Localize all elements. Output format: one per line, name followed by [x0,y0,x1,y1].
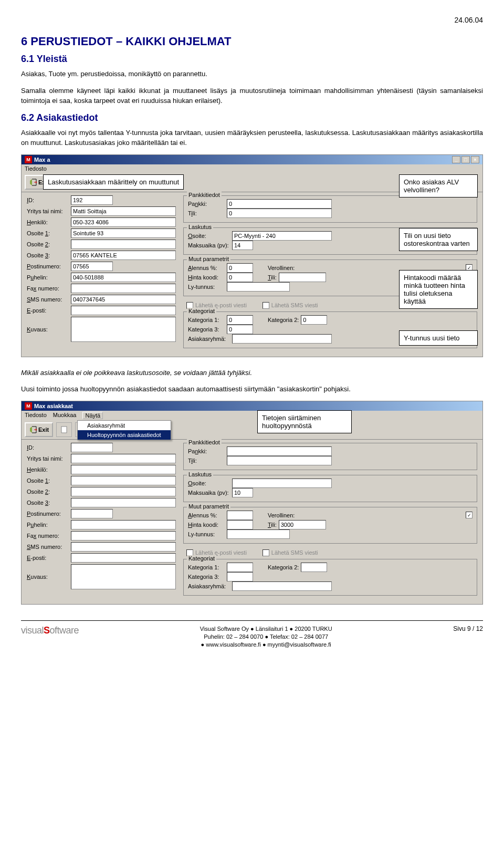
inp-sms[interactable] [71,295,176,304]
lbl-osoite2: Osoite 2: [27,241,69,247]
lbl-hintakoodi: Hinta koodi: [188,274,225,280]
inp2-henkilo[interactable] [71,465,176,474]
dropdown-item-huoltopyynto[interactable]: Huoltopyynnön asiakastiedot [78,430,171,440]
lbl2-postinumero: Postinumero: [27,511,69,517]
callout-laskutusasiakas: Laskutusasiakkaan määrittely on muuttunu… [43,174,184,190]
inp-osoite[interactable] [232,231,332,241]
lbl2-henkilo: Henkilö: [27,466,69,473]
app-icon-2: M [25,402,32,410]
close-button[interactable]: × [471,156,479,163]
callout-tili: Tili on uusi tieto ostoreskontraa varten [399,228,478,251]
inp-kat3[interactable] [227,325,253,334]
menu-tiedosto-2[interactable]: Tiedosto [25,412,47,419]
inp-osoite3[interactable] [71,251,176,260]
inp2-alennus[interactable] [227,511,253,520]
inp-yritys[interactable] [71,206,176,216]
inp-osoite1[interactable] [71,228,176,238]
inp2-osoite2[interactable] [71,487,176,496]
legend-pankkitiedot: Pankkitiedot [187,192,222,198]
inp2-puhelin[interactable] [71,520,176,529]
inp-eposti[interactable] [71,306,176,315]
footer-line3: ● www.visualsoftware.fi ● myynti@visuals… [79,641,453,649]
lbl-tili: Tili: [268,274,277,280]
inp-kuvaus[interactable] [71,317,176,342]
dropdown-nayta: Asiakasryhmät Huoltopyynnön asiakastiedo… [77,420,171,440]
menu-muokkaa[interactable]: Muokkaa [53,412,77,419]
lbl-yritys: Yritys tai nimi: [27,208,69,214]
inp2-postinumero[interactable] [71,509,113,518]
chk2-sms[interactable] [262,549,269,556]
inp2-maksuaika[interactable] [232,488,253,497]
inp2-lytunnus[interactable] [227,529,290,539]
lbl2-hintakoodi: Hinta koodi: [188,522,225,528]
inp2-eposti[interactable] [71,553,176,563]
inp2-pankki[interactable] [227,446,332,456]
minimize-button[interactable]: _ [452,156,460,163]
inp-kat2[interactable] [301,315,327,325]
lbl2-kat3: Kategoria 3: [188,574,225,580]
inp-kat1[interactable] [227,315,253,325]
toolbtn-new[interactable] [56,422,72,437]
callout-hintakoodi: Hintakoodi määrää minkä tuotteen hinta t… [399,270,478,309]
lbl2-osoite: Osoite: [188,480,230,486]
lbl-id: ID: [27,197,69,203]
inp2-kat1[interactable] [227,563,253,572]
para-3: Asiakkaalle voi nyt myös tallentaa Y-tun… [21,128,483,148]
inp2-tili[interactable] [279,520,326,529]
footer-line2: Puhelin: 02 – 284 0070 ● Telefax: 02 – 2… [79,633,453,641]
lbl2-tili: Tili: [268,522,277,528]
inp2-tili-p[interactable] [227,456,332,465]
inp2-kat3[interactable] [227,572,253,581]
inp-asiakasryhma[interactable] [232,334,332,344]
inp2-sms[interactable] [71,542,176,552]
lbl2-osoite3: Osoite 3: [27,500,69,506]
lbl-kat1: Kategoria 1: [188,317,225,323]
fieldset2-laskutus: Laskutus Osoite: Maksuaika (pv): [183,475,477,502]
legend2-pankkitiedot: Pankkitiedot [187,439,222,445]
inp-henkilo[interactable] [71,217,176,227]
inp2-hintakoodi[interactable] [227,520,253,529]
inp2-osoite3[interactable] [71,498,176,507]
inp2-fax[interactable] [71,531,176,540]
exit-button-2[interactable]: Exit [25,422,53,437]
inp-id[interactable] [71,195,113,205]
inp-puhelin[interactable] [71,273,176,282]
exit-label-2: Exit [38,427,49,433]
inp2-yritys[interactable] [71,454,176,463]
inp-tili[interactable] [279,273,326,282]
inp-hintakoodi[interactable] [227,273,253,282]
lbl2-id: ID: [27,444,69,451]
inp2-kuvaus[interactable] [71,564,176,589]
menu-tiedosto[interactable]: Tiedosto [25,165,47,172]
legend-muut: Muut parametrit [187,256,230,262]
inp2-asiakasryhma[interactable] [232,581,332,591]
inp-maksuaika[interactable] [232,241,253,250]
svg-rect-0 [61,427,67,433]
window-title: Max a [34,157,50,163]
lbl2-yritys: Yritys tai nimi: [27,455,69,462]
legend2-kategoriat: Kategoriat [187,555,216,562]
inp2-osoite[interactable] [232,479,332,488]
lbl2-pankki: Pankki: [188,448,225,454]
inp-fax[interactable] [71,284,176,293]
footer: visualSoftware Visual Software Oy ● Läns… [21,620,483,649]
chk-sms[interactable] [262,302,269,309]
lbl2-puhelin: Puhelin: [27,522,69,528]
inp2-kat2[interactable] [301,563,327,572]
maximize-button[interactable]: □ [461,156,470,163]
dropdown-item-asiakasryhmat[interactable]: Asiakasryhmät [78,421,171,430]
chk2-verollinen[interactable]: ✓ [466,512,472,518]
inp-tili-p[interactable] [227,209,332,218]
inp2-osoite1[interactable] [71,476,176,485]
inp2-id[interactable] [71,443,113,452]
lbl2-sms: SMS numero: [27,544,69,550]
lbl-alennus: Alennus %: [188,265,225,271]
lbl2-kat2: Kategoria 2: [268,564,299,570]
titlebar: M Max a _ □ × [22,155,482,164]
inp-alennus[interactable] [227,263,253,273]
inp-pankki[interactable] [227,199,332,209]
menu-nayta[interactable]: Näytä [82,412,103,419]
inp-osoite2[interactable] [71,240,176,249]
inp-postinumero[interactable] [71,262,113,271]
inp-lytunnus[interactable] [227,282,290,292]
